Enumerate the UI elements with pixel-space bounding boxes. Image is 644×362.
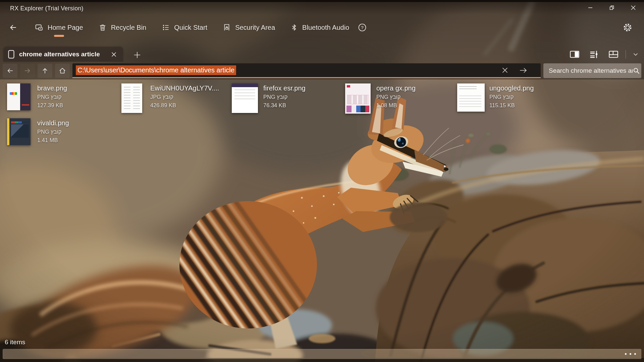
plus-icon <box>133 51 141 59</box>
file-item-vivaldi[interactable]: vivaldi.png PNG קובץ 1.41 MB <box>4 118 117 153</box>
close-icon <box>111 52 116 57</box>
file-item-opera-gx[interactable]: opera gx.png PNG קובץ 1.08 MB <box>343 83 456 118</box>
file-type: PNG קובץ <box>263 93 306 101</box>
nav-item-bluetooth-audio[interactable]: Bluetooth Audio <box>290 17 350 38</box>
file-size: 1.08 MB <box>376 101 416 110</box>
nav-item-label: Recycle Bin <box>111 24 147 32</box>
file-thumbnail <box>117 83 147 112</box>
address-up-button[interactable] <box>38 64 52 78</box>
file-name: ungoogled.png <box>489 84 534 93</box>
divider <box>626 50 626 59</box>
restore-button[interactable] <box>601 1 623 15</box>
view-dropdown-button[interactable] <box>631 48 641 61</box>
tab-bar: chrome alternatives article <box>0 47 644 62</box>
nav-back-button[interactable] <box>6 20 20 35</box>
home-icon <box>59 67 66 74</box>
file-item-ungoogled[interactable]: ungoogled.png PNG קובץ 115.15 KB <box>456 83 569 118</box>
address-path-selected-text: C:\Users\user\Documents\chrome alternati… <box>76 65 236 75</box>
file-name: opera gx.png <box>376 84 416 93</box>
gear-icon <box>623 22 633 33</box>
address-path-input[interactable]: C:\Users\user\Documents\chrome alternati… <box>72 63 541 78</box>
svg-text:?: ? <box>361 25 364 30</box>
ellipsis-icon <box>630 353 631 355</box>
close-button[interactable] <box>623 1 644 15</box>
nav-item-label: Quick Start <box>174 24 207 32</box>
file-size: 76.34 KB <box>263 101 306 110</box>
help-button[interactable]: ? <box>357 22 368 33</box>
address-forward-button[interactable] <box>20 64 35 78</box>
grid-layout-button[interactable] <box>606 48 621 61</box>
file-type: PNG קובץ <box>37 93 67 101</box>
file-size: 426.89 KB <box>150 101 219 110</box>
search-box <box>543 63 641 78</box>
tab-close-button[interactable] <box>109 50 118 59</box>
tab-document-icon <box>8 50 14 59</box>
tab-title: chrome alternatives article <box>19 51 104 58</box>
split-view-icon <box>570 50 580 59</box>
file-grid: brave.png PNG קובץ 127.39 KB EwiUNH0UYAg… <box>4 83 574 153</box>
window-title: RX Explorer (Trial Version) <box>10 5 84 12</box>
address-home-button[interactable] <box>55 64 70 78</box>
nav-item-label: Bluetooth Audio <box>302 24 349 32</box>
nav-item-security-area[interactable]: Security Area <box>222 17 276 38</box>
grid-layout-icon <box>608 50 619 59</box>
file-type: PNG קובץ <box>37 128 69 136</box>
file-thumbnail <box>456 83 486 112</box>
address-bar: C:\Users\user\Documents\chrome alternati… <box>0 62 644 79</box>
main-navbar: Home Page Recycle Bin Quick Start Securi… <box>0 16 644 39</box>
minimize-button[interactable] <box>580 1 601 15</box>
file-item-brave[interactable]: brave.png PNG קובץ 127.39 KB <box>4 83 117 118</box>
back-arrow-icon <box>6 67 14 74</box>
clear-address-icon[interactable] <box>502 67 508 73</box>
search-icon <box>633 67 640 74</box>
view-toggle-group <box>567 47 641 62</box>
nav-item-recycle-bin[interactable]: Recycle Bin <box>98 17 147 38</box>
nav-item-quick-start[interactable]: Quick Start <box>161 17 208 38</box>
file-name: vivaldi.png <box>37 119 69 128</box>
items-count-label: 6 items <box>5 339 25 346</box>
file-type: PNG קובץ <box>489 93 534 101</box>
new-tab-button[interactable] <box>131 48 143 62</box>
address-back-button[interactable] <box>3 64 17 78</box>
help-icon: ? <box>358 23 367 32</box>
go-arrow-icon[interactable] <box>519 67 527 74</box>
security-area-icon <box>223 23 231 32</box>
file-size: 1.41 MB <box>37 136 69 144</box>
more-options-button[interactable] <box>625 353 636 355</box>
file-name: firefox esr.png <box>263 84 306 93</box>
rx-explorer-window: RX Explorer (Trial Version) Home Page <box>0 0 644 362</box>
split-view-button[interactable] <box>567 48 582 61</box>
file-size: 115.15 KB <box>489 101 534 110</box>
dual-pane-adjust-button[interactable] <box>587 48 601 61</box>
restore-icon <box>609 5 614 10</box>
file-thumbnail <box>343 83 373 112</box>
ellipsis-icon <box>634 353 636 355</box>
horizontal-scrollbar[interactable] <box>3 349 641 359</box>
settings-button[interactable] <box>620 20 635 35</box>
nav-item-home-page[interactable]: Home Page <box>34 17 84 38</box>
file-type: PNG קובץ <box>376 93 416 101</box>
file-name: EwiUNH0UYAgLY7V.... <box>150 84 219 93</box>
file-name: brave.png <box>37 84 67 93</box>
file-thumbnail <box>4 83 34 112</box>
tab-chrome-alternatives-article[interactable]: chrome alternatives article <box>3 47 123 62</box>
close-icon <box>631 5 636 10</box>
ellipsis-icon <box>625 353 627 355</box>
pane-adjust-icon <box>589 50 599 59</box>
quick-start-icon <box>162 23 170 32</box>
chevron-down-icon <box>633 52 638 57</box>
file-item-ewiunh[interactable]: EwiUNH0UYAgLY7V.... JPG קובץ 426.89 KB <box>117 83 230 118</box>
window-controls <box>580 1 644 15</box>
up-arrow-icon <box>41 67 49 74</box>
file-thumbnail <box>4 118 34 146</box>
address-actions <box>502 63 527 77</box>
file-item-firefox-esr[interactable]: firefox esr.png PNG קובץ 76.34 KB <box>230 83 343 118</box>
file-type: JPG קובץ <box>150 93 219 101</box>
bluetooth-icon <box>290 23 298 32</box>
back-arrow-icon <box>9 23 17 32</box>
home-page-icon <box>35 23 43 32</box>
search-input[interactable] <box>543 63 641 78</box>
file-thumbnail <box>230 83 260 112</box>
file-size: 127.39 KB <box>37 101 67 110</box>
forward-arrow-icon <box>24 67 31 74</box>
